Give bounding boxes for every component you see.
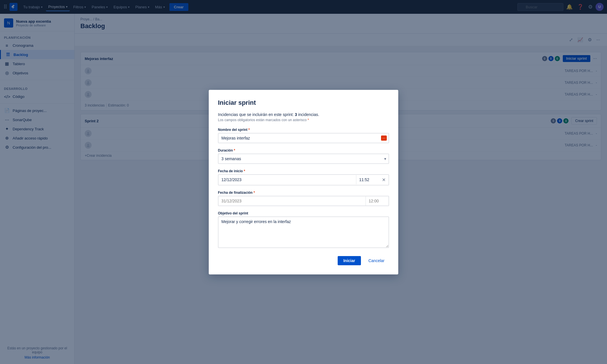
fecha-fin-label: Fecha de finalización * bbox=[218, 191, 389, 195]
fecha-inicio-date-input[interactable] bbox=[219, 175, 356, 184]
objetivo-textarea[interactable]: Mejorar y corregir errores en la interfa… bbox=[218, 216, 389, 248]
fecha-inicio-time-input[interactable] bbox=[356, 175, 379, 184]
form-group-fecha-fin: Fecha de finalización * bbox=[218, 191, 389, 206]
form-group-fecha-inicio: Fecha de inicio * ✕ bbox=[218, 169, 389, 185]
nombre-input[interactable] bbox=[218, 133, 389, 143]
nombre-label: Nombre del sprint * bbox=[218, 128, 389, 132]
modal-iniciar-button[interactable]: Iniciar bbox=[338, 256, 361, 265]
form-group-nombre: Nombre del sprint * ··· bbox=[218, 128, 389, 143]
duracion-select[interactable]: 1 semana 2 semanas 3 semanas 4 semanas P… bbox=[218, 154, 389, 164]
modal-cancelar-button[interactable]: Cancelar bbox=[364, 256, 389, 265]
fecha-fin-date-input[interactable] bbox=[219, 196, 366, 206]
fecha-inicio-wrap: ✕ bbox=[218, 174, 389, 185]
nombre-input-wrap: ··· bbox=[218, 133, 389, 143]
nombre-emoji-icon[interactable]: ··· bbox=[381, 135, 387, 141]
duracion-label: Duración * bbox=[218, 148, 389, 152]
fecha-inicio-clear-icon[interactable]: ✕ bbox=[379, 175, 388, 185]
modal-subtitle: Incidencias que se incluirán en este spr… bbox=[218, 112, 389, 117]
form-group-duracion: Duración * 1 semana 2 semanas 3 semanas … bbox=[218, 148, 389, 164]
modal-required-note: Los campos obligatorios están marcados c… bbox=[218, 118, 389, 122]
fecha-inicio-label: Fecha de inicio * bbox=[218, 169, 389, 173]
modal: Iniciar sprint Incidencias que se inclui… bbox=[209, 90, 398, 274]
fecha-fin-wrap bbox=[218, 196, 389, 206]
modal-overlay[interactable]: Iniciar sprint Incidencias que se inclui… bbox=[0, 0, 607, 364]
form-group-objetivo: Objetivo del sprint Mejorar y corregir e… bbox=[218, 211, 389, 249]
duracion-select-wrap: 1 semana 2 semanas 3 semanas 4 semanas P… bbox=[218, 154, 389, 164]
fecha-fin-time-input[interactable] bbox=[366, 196, 388, 206]
modal-footer: Iniciar Cancelar bbox=[218, 256, 389, 265]
modal-title: Iniciar sprint bbox=[218, 99, 389, 107]
objetivo-label: Objetivo del sprint bbox=[218, 211, 389, 215]
